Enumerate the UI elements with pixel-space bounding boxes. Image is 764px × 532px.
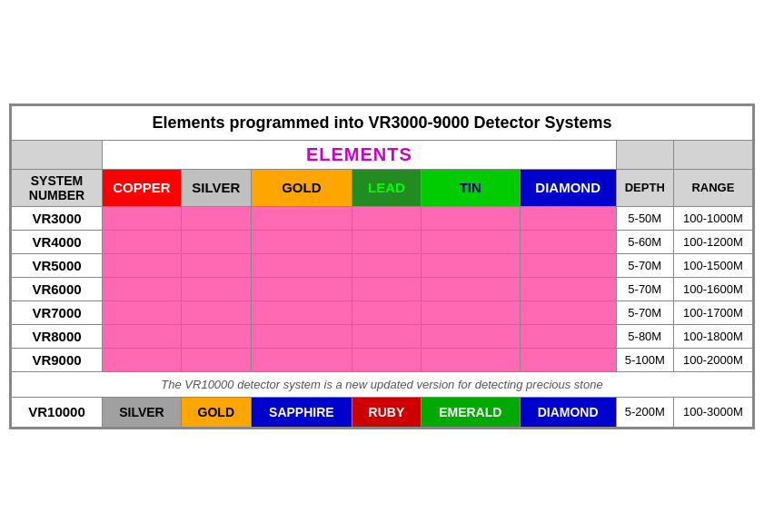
vr9000-copper [103,348,182,371]
vr7000-depth: 5-70M [616,300,673,324]
system-vr5000: VR5000 [12,253,103,277]
vr10000-depth: 5-200M [616,397,673,427]
vr6000-tin [421,277,520,300]
vr8000-lead [352,324,421,348]
vr7000-diamond [520,300,616,324]
system-vr6000: VR6000 [12,277,103,300]
vr6000-lead [352,277,421,300]
tin-header: TIN [421,169,520,206]
vr10000-emerald-cell: EMERALD [421,397,520,427]
vr4000-range: 100-1200M [673,230,752,253]
vr10000-sapphire-badge: SAPPHIRE [260,401,343,423]
vr3000-tin [421,206,520,230]
vr8000-tin [421,324,520,348]
vr6000-range: 100-1600M [673,277,752,300]
table-row: VR5000 5-70M 100-1500M [12,253,753,277]
depth-header: DEPTH [616,169,673,206]
table-row: VR8000 5-80M 100-1800M [12,324,753,348]
range-header-empty [673,140,752,169]
vr9000-gold [251,348,352,371]
vr3000-range: 100-1000M [673,206,752,230]
vr10000-ruby-cell: RUBY [352,397,421,427]
vr9000-silver [181,348,251,371]
vr6000-depth: 5-70M [616,277,673,300]
vr8000-range: 100-1800M [673,324,752,348]
vr10000-range: 100-3000M [673,397,752,427]
vr3000-copper [103,206,182,230]
system-number-header: SYSTEM NUMBER [12,169,103,206]
vr5000-silver [181,253,251,277]
vr6000-silver [181,277,251,300]
vr3000-lead [352,206,421,230]
system-header-empty [12,140,103,169]
vr7000-silver [181,300,251,324]
elements-row: ELEMENTS [12,140,753,169]
table-row: VR3000 5-50M 100-1000M [12,206,753,230]
main-table-wrapper: Elements programmed into VR3000-9000 Det… [9,103,755,429]
vr8000-diamond [520,324,616,348]
system-vr8000: VR8000 [12,324,103,348]
vr4000-copper [103,230,182,253]
table-row: VR9000 5-100M 100-2000M [12,348,753,371]
vr5000-tin [421,253,520,277]
note-row: The VR10000 detector system is a new upd… [12,371,753,397]
vr4000-lead [352,230,421,253]
lead-header: LEAD [352,169,421,206]
system-vr10000: VR10000 [12,397,103,427]
table-row: VR7000 5-70M 100-1700M [12,300,753,324]
vr5000-range: 100-1500M [673,253,752,277]
vr6000-gold [251,277,352,300]
depth-header-empty [616,140,673,169]
vr4000-diamond [520,230,616,253]
vr3000-silver [181,206,251,230]
vr10000-silver-cell: SILVER [103,397,182,427]
vr7000-tin [421,300,520,324]
elements-label: ELEMENTS [103,140,617,169]
vr7000-range: 100-1700M [673,300,752,324]
vr9000-lead [352,348,421,371]
vr10000-gold-badge: GOLD [189,401,243,423]
vr9000-depth: 5-100M [616,348,673,371]
vr10000-diamond-badge: DIAMOND [529,401,608,423]
vr10000-ruby-badge: RUBY [360,401,414,423]
vr5000-depth: 5-70M [616,253,673,277]
vr10000-row: VR10000 SILVER GOLD SAPPHIRE RUBY EMERAL… [12,397,753,427]
vr8000-gold [251,324,352,348]
vr10000-emerald-badge: EMERALD [430,401,511,423]
vr7000-copper [103,300,182,324]
vr5000-lead [352,253,421,277]
vr5000-diamond [520,253,616,277]
system-vr4000: VR4000 [12,230,103,253]
system-vr7000: VR7000 [12,300,103,324]
vr5000-copper [103,253,182,277]
copper-header: COPPER [103,169,182,206]
vr4000-gold [251,230,352,253]
vr10000-diamond-cell: DIAMOND [520,397,616,427]
vr8000-depth: 5-80M [616,324,673,348]
vr9000-diamond [520,348,616,371]
silver-header: SILVER [181,169,251,206]
vr7000-gold [251,300,352,324]
vr6000-copper [103,277,182,300]
vr3000-diamond [520,206,616,230]
vr10000-silver-badge: SILVER [110,401,174,423]
system-vr3000: VR3000 [12,206,103,230]
table-row: VR4000 5-60M 100-1200M [12,230,753,253]
vr9000-tin [421,348,520,371]
range-header: RANGE [673,169,752,206]
vr4000-tin [421,230,520,253]
title-row: Elements programmed into VR3000-9000 Det… [12,105,753,140]
table-title: Elements programmed into VR3000-9000 Det… [12,105,753,140]
vr8000-silver [181,324,251,348]
vr10000-sapphire-cell: SAPPHIRE [251,397,352,427]
column-headers: SYSTEM NUMBER COPPER SILVER GOLD LEAD TI… [12,169,753,206]
vr7000-lead [352,300,421,324]
vr8000-copper [103,324,182,348]
vr5000-gold [251,253,352,277]
vr6000-diamond [520,277,616,300]
vr3000-gold [251,206,352,230]
vr4000-depth: 5-60M [616,230,673,253]
vr3000-depth: 5-50M [616,206,673,230]
vr10000-gold-cell: GOLD [181,397,251,427]
note-text: The VR10000 detector system is a new upd… [12,371,753,397]
